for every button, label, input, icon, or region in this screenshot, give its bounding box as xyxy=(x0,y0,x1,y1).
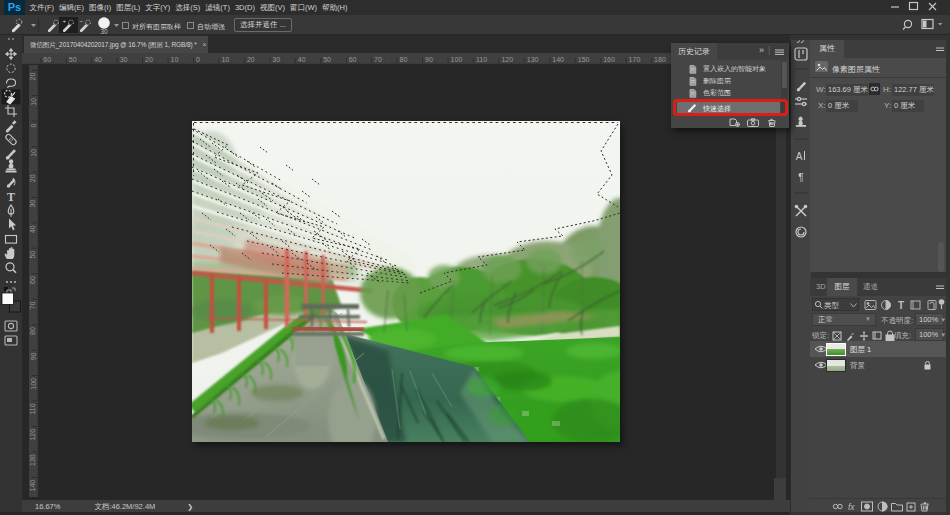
svg-text:120: 120 xyxy=(501,56,513,63)
svg-text:60: 60 xyxy=(30,276,37,284)
svg-text:70: 70 xyxy=(374,56,382,63)
svg-text:50: 50 xyxy=(323,56,331,63)
svg-text:+: + xyxy=(63,18,67,24)
svg-text:150: 150 xyxy=(578,56,590,63)
svg-text:0: 0 xyxy=(30,123,37,127)
svg-text:170: 170 xyxy=(629,56,641,63)
svg-text:30: 30 xyxy=(100,28,108,35)
svg-text:40: 40 xyxy=(30,225,37,233)
svg-text:10: 10 xyxy=(171,56,179,63)
svg-text:140: 140 xyxy=(30,480,37,492)
svg-text:40: 40 xyxy=(94,56,102,63)
svg-text:10: 10 xyxy=(30,149,37,157)
svg-text:50: 50 xyxy=(69,56,77,63)
svg-text:10: 10 xyxy=(30,98,37,106)
svg-text:70: 70 xyxy=(30,302,37,310)
svg-text:60: 60 xyxy=(43,56,51,63)
svg-text:20: 20 xyxy=(30,73,37,81)
svg-text:0: 0 xyxy=(196,56,200,63)
svg-text:100: 100 xyxy=(30,378,37,390)
svg-text:80: 80 xyxy=(400,56,408,63)
svg-text:20: 20 xyxy=(30,174,37,182)
svg-text:110: 110 xyxy=(30,403,37,414)
svg-text:160: 160 xyxy=(603,56,615,63)
svg-text:fx: fx xyxy=(848,502,855,512)
svg-text:30: 30 xyxy=(272,56,280,63)
svg-text:T: T xyxy=(7,190,15,204)
svg-text:130: 130 xyxy=(30,454,37,466)
svg-text:20: 20 xyxy=(247,56,255,63)
svg-text:A: A xyxy=(796,151,803,162)
svg-text:130: 130 xyxy=(527,56,539,63)
svg-text:10: 10 xyxy=(221,56,229,63)
svg-text:100: 100 xyxy=(451,56,463,63)
svg-text:¶: ¶ xyxy=(798,172,803,183)
svg-text:30: 30 xyxy=(120,56,128,63)
svg-text:30: 30 xyxy=(30,200,37,208)
svg-text:40: 40 xyxy=(298,56,306,63)
svg-text:90: 90 xyxy=(425,56,433,63)
svg-text:20: 20 xyxy=(145,56,153,63)
svg-text:−: − xyxy=(80,18,84,24)
svg-text:80: 80 xyxy=(30,327,37,335)
svg-text:90: 90 xyxy=(30,352,37,360)
svg-text:120: 120 xyxy=(30,429,37,441)
svg-text:180: 180 xyxy=(654,56,666,63)
svg-text:60: 60 xyxy=(349,56,357,63)
svg-text:140: 140 xyxy=(552,56,564,63)
svg-text:T: T xyxy=(898,300,904,311)
svg-text:110: 110 xyxy=(476,56,487,63)
svg-text:50: 50 xyxy=(30,251,37,259)
